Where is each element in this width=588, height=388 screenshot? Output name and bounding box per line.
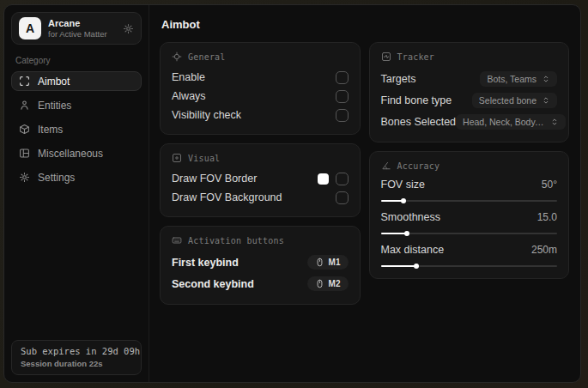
left-column: General Enable Always Visibility check xyxy=(160,42,361,305)
sidebar-item-miscellaneous[interactable]: Miscellaneous xyxy=(11,143,142,163)
category-label: Category xyxy=(15,56,137,65)
crosshair-scan-icon xyxy=(19,76,30,87)
slider-group-fov-size: FOV size 50° xyxy=(381,177,558,202)
dropdown-value: Bots, Teams xyxy=(487,74,536,84)
mouse-icon xyxy=(315,279,324,288)
setting-row-always: Always xyxy=(172,87,349,106)
sidebar-item-entities[interactable]: Entities xyxy=(11,95,142,115)
keybind-value: M1 xyxy=(329,258,341,267)
fov-size-slider[interactable] xyxy=(381,200,558,202)
brand-name: Arcane xyxy=(48,18,107,29)
chevrons-up-down-icon xyxy=(542,96,550,105)
keybind-value: M2 xyxy=(329,279,341,288)
sidebar: A Arcane for Active Matter Category xyxy=(4,5,149,382)
chevrons-up-down-icon xyxy=(550,118,559,126)
sidebar-item-items[interactable]: Items xyxy=(11,119,142,139)
tracker-icon xyxy=(381,52,391,62)
slider-group-max-distance: Max distance 250m xyxy=(381,242,558,267)
smoothness-value: 15.0 xyxy=(537,211,557,223)
box-icon xyxy=(19,124,30,135)
second-keybind-button[interactable]: M2 xyxy=(307,276,349,291)
brand-subtitle: for Active Matter xyxy=(48,29,107,39)
layout-icon xyxy=(19,148,30,159)
fov-size-value: 50° xyxy=(542,179,557,191)
sidebar-item-settings[interactable]: Settings xyxy=(11,167,142,187)
dropdown-value: Head, Neck, Body, Pe... xyxy=(463,117,545,127)
subscription-card: Sub expires in 29d 09h Session duration … xyxy=(11,340,142,375)
keyboard-icon xyxy=(172,235,182,246)
setting-row-targets: Targets Bots, Teams xyxy=(381,68,558,89)
max-distance-slider[interactable] xyxy=(381,265,558,267)
setting-row-bones-selected: Bones Selected Head, Neck, Body, Pe... xyxy=(381,111,558,132)
brand-card: A Arcane for Active Matter xyxy=(11,12,142,45)
brand-logo: A xyxy=(19,17,41,39)
visual-icon xyxy=(172,153,182,163)
slider-group-smoothness: Smoothness 15.0 xyxy=(381,209,558,234)
person-icon xyxy=(19,100,30,111)
visibility-check-checkbox[interactable] xyxy=(336,109,349,122)
sidebar-item-label: Items xyxy=(38,124,63,136)
panel-visual: Visual Draw FOV Border Draw FOV Backgrou… xyxy=(160,143,361,217)
angle-icon xyxy=(381,161,391,171)
mouse-icon xyxy=(315,258,324,267)
setting-row-fov-border: Draw FOV Border xyxy=(172,169,349,188)
enable-checkbox[interactable] xyxy=(336,71,349,84)
slider-fill[interactable] xyxy=(381,265,416,267)
panel-accuracy: Accuracy FOV size 50° Smoothness xyxy=(369,151,570,279)
fov-background-checkbox[interactable] xyxy=(336,191,349,204)
sidebar-item-label: Entities xyxy=(38,100,71,112)
first-keybind-button[interactable]: M1 xyxy=(307,255,349,270)
chevrons-up-down-icon xyxy=(542,75,550,83)
panel-general: General Enable Always Visibility check xyxy=(160,42,361,135)
sidebar-item-label: Miscellaneous xyxy=(38,148,103,160)
session-duration-text: Session duration 22s xyxy=(21,359,132,368)
always-checkbox[interactable] xyxy=(336,90,349,103)
app-window: A Arcane for Active Matter Category xyxy=(3,4,581,383)
setting-row-enable: Enable xyxy=(172,68,349,87)
setting-row-first-keybind: First keybind M1 xyxy=(172,252,349,273)
page-title: Aimbot xyxy=(161,18,569,31)
panel-activation-buttons: Activation buttons First keybind M1 xyxy=(160,226,361,305)
sub-expires-text: Sub expires in 29d 09h xyxy=(21,346,132,356)
panel-title: Accuracy xyxy=(397,161,440,171)
panel-tracker: Tracker Targets Bots, Teams xyxy=(369,42,570,142)
panel-title: Visual xyxy=(188,154,220,163)
crosshair-icon xyxy=(172,52,182,62)
gear-icon[interactable] xyxy=(123,23,134,34)
setting-row-find-bone-type: Find bone type Selected bone xyxy=(381,89,558,111)
setting-row-second-keybind: Second keybind M2 xyxy=(172,273,349,294)
panel-title: Tracker xyxy=(397,52,435,62)
slider-fill[interactable] xyxy=(381,233,408,234)
sidebar-nav: Aimbot Entities Items xyxy=(11,71,142,187)
smoothness-slider[interactable] xyxy=(381,233,558,234)
sidebar-item-label: Settings xyxy=(38,172,75,184)
fov-border-checkbox[interactable] xyxy=(336,173,349,185)
gear-icon xyxy=(19,172,30,183)
sidebar-item-aimbot[interactable]: Aimbot xyxy=(11,71,142,91)
dropdown-value: Selected bone xyxy=(479,95,536,106)
setting-row-visibility-check: Visibility check xyxy=(172,106,349,124)
slider-fill[interactable] xyxy=(381,200,404,202)
panel-title: General xyxy=(188,52,226,62)
right-column: Tracker Targets Bots, Teams xyxy=(369,42,570,279)
main-content: Aimbot General xyxy=(149,5,580,382)
fov-border-color-swatch[interactable] xyxy=(318,173,329,185)
targets-dropdown[interactable]: Bots, Teams xyxy=(480,71,557,87)
panel-title: Activation buttons xyxy=(188,236,284,246)
setting-row-fov-background: Draw FOV Background xyxy=(172,188,349,207)
bones-selected-dropdown[interactable]: Head, Neck, Body, Pe... xyxy=(456,114,566,130)
find-bone-type-dropdown[interactable]: Selected bone xyxy=(472,93,557,108)
max-distance-value: 250m xyxy=(531,244,557,256)
sidebar-item-label: Aimbot xyxy=(38,76,70,88)
